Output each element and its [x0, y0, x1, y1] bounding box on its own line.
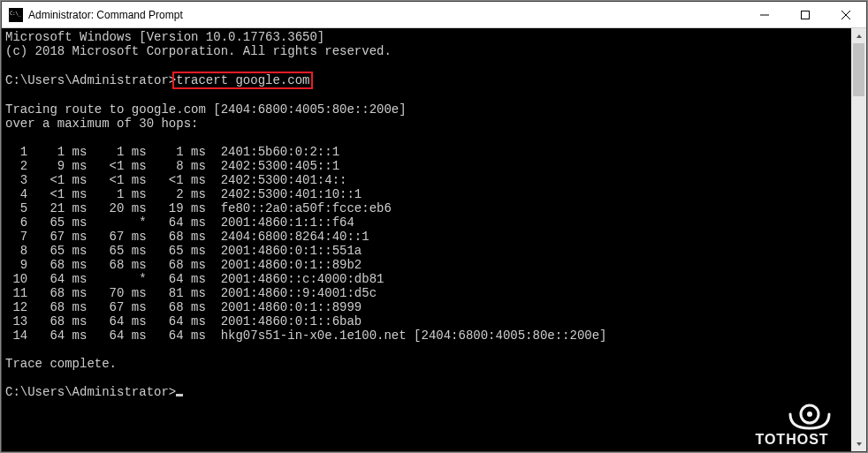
scrollbar-track[interactable] — [851, 43, 866, 436]
svg-point-7 — [807, 411, 812, 417]
trace-footer: Trace complete. — [5, 357, 117, 371]
svg-text:TOTHOST: TOTHOST — [755, 432, 828, 447]
cursor — [176, 394, 183, 396]
prompt-1-prefix: C:\Users\Administrator> — [5, 73, 176, 87]
scroll-up-button[interactable] — [851, 28, 866, 43]
svg-marker-5 — [857, 442, 862, 446]
svg-rect-1 — [802, 11, 810, 19]
window-title: Administrator: Command Prompt — [28, 9, 183, 21]
close-button[interactable] — [826, 2, 866, 27]
cmd-icon — [9, 8, 23, 22]
header-line-2: (c) 2018 Microsoft Corporation. All righ… — [5, 44, 392, 58]
command-prompt-window: Administrator: Command Prompt Microsoft … — [1, 1, 867, 452]
command-highlight: tracert google.com — [172, 72, 313, 89]
scroll-down-button[interactable] — [851, 436, 866, 451]
vertical-scrollbar[interactable] — [851, 28, 866, 451]
hop-list: 1 1 ms 1 ms 1 ms 2401:5b60:0:2::1 2 9 ms… — [5, 145, 607, 343]
prompt-2-prefix: C:\Users\Administrator> — [5, 385, 176, 399]
svg-marker-4 — [857, 34, 862, 38]
terminal-output[interactable]: Microsoft Windows [Version 10.0.17763.36… — [2, 28, 851, 451]
terminal-client-area: Microsoft Windows [Version 10.0.17763.36… — [2, 28, 866, 451]
maximize-button[interactable] — [785, 2, 826, 27]
tothost-logo: TOTHOST — [739, 398, 845, 448]
window-controls — [744, 2, 866, 27]
header-line-1: Microsoft Windows [Version 10.0.17763.36… — [5, 30, 324, 44]
scrollbar-thumb[interactable] — [853, 43, 864, 96]
prompt-1-command: tracert google.com — [176, 73, 309, 87]
trace-header-2: over a maximum of 30 hops: — [5, 117, 198, 131]
trace-header-1: Tracing route to google.com [2404:6800:4… — [5, 102, 407, 117]
minimize-button[interactable] — [744, 2, 785, 27]
titlebar[interactable]: Administrator: Command Prompt — [2, 2, 866, 28]
